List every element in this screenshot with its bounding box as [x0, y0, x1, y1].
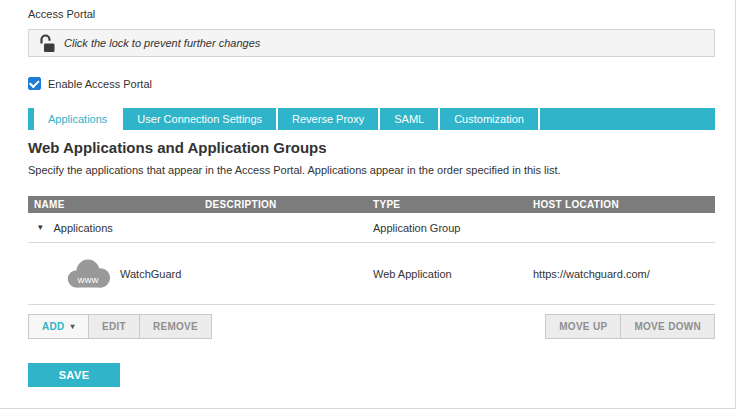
- add-button-label: ADD: [42, 321, 65, 332]
- table-row-watchguard[interactable]: www WatchGuard Web Application https://w…: [28, 243, 715, 305]
- table-header-row: NAME DESCRIPTION TYPE HOST LOCATION: [28, 196, 715, 213]
- app-name: WatchGuard: [120, 268, 181, 280]
- tab-applications[interactable]: Applications: [34, 108, 121, 130]
- www-cloud-icon: www: [62, 256, 114, 292]
- toolbar-right-group: MOVE UP MOVE DOWN: [545, 314, 715, 339]
- group-type: Application Group: [367, 222, 527, 234]
- lock-banner: Click the lock to prevent further change…: [28, 29, 715, 57]
- tab-customization[interactable]: Customization: [440, 108, 538, 130]
- app-name-cell: www WatchGuard: [28, 256, 199, 292]
- column-header-name: NAME: [28, 199, 199, 210]
- add-button[interactable]: ADD ▾: [28, 314, 89, 339]
- enable-access-portal-label: Enable Access Portal: [48, 78, 152, 90]
- applications-table: NAME DESCRIPTION TYPE HOST LOCATION ▾ Ap…: [28, 196, 715, 305]
- column-header-type: TYPE: [367, 199, 527, 210]
- collapse-caret-icon[interactable]: ▾: [38, 223, 43, 232]
- edit-button[interactable]: EDIT: [88, 314, 140, 339]
- unlocked-padlock-icon[interactable]: [39, 34, 55, 53]
- save-button[interactable]: SAVE: [28, 363, 120, 387]
- toolbar-left-group: ADD ▾ EDIT REMOVE: [28, 314, 212, 339]
- cloud-icon-text: www: [77, 273, 99, 284]
- move-down-button[interactable]: MOVE DOWN: [620, 314, 715, 339]
- move-up-button[interactable]: MOVE UP: [545, 314, 621, 339]
- access-portal-page: Access Portal Click the lock to prevent …: [0, 0, 736, 409]
- section-heading: Web Applications and Application Groups: [28, 139, 715, 157]
- app-type: Web Application: [367, 268, 527, 280]
- group-name: Applications: [54, 222, 113, 234]
- table-row-application-group[interactable]: ▾ Applications Application Group: [28, 213, 715, 243]
- tab-saml[interactable]: SAML: [380, 108, 438, 130]
- column-header-description: DESCRIPTION: [199, 199, 367, 210]
- tab-bar: Applications User Connection Settings Re…: [28, 108, 715, 130]
- enable-access-portal-row: Enable Access Portal: [28, 77, 715, 90]
- toolbar: ADD ▾ EDIT REMOVE MOVE UP MOVE DOWN: [28, 314, 715, 339]
- lock-banner-text: Click the lock to prevent further change…: [64, 37, 260, 49]
- group-name-cell: ▾ Applications: [28, 222, 199, 234]
- enable-access-portal-checkbox[interactable]: [28, 77, 41, 90]
- dropdown-caret-icon: ▾: [71, 323, 75, 331]
- page-title: Access Portal: [28, 8, 715, 20]
- remove-button[interactable]: REMOVE: [139, 314, 212, 339]
- section-description: Specify the applications that appear in …: [28, 164, 715, 176]
- tab-user-connection-settings[interactable]: User Connection Settings: [123, 108, 276, 130]
- tab-bar-filler: [540, 108, 715, 130]
- tab-reverse-proxy[interactable]: Reverse Proxy: [278, 108, 378, 130]
- column-header-host-location: HOST LOCATION: [527, 199, 715, 210]
- app-host: https://watchguard.com/: [527, 268, 715, 280]
